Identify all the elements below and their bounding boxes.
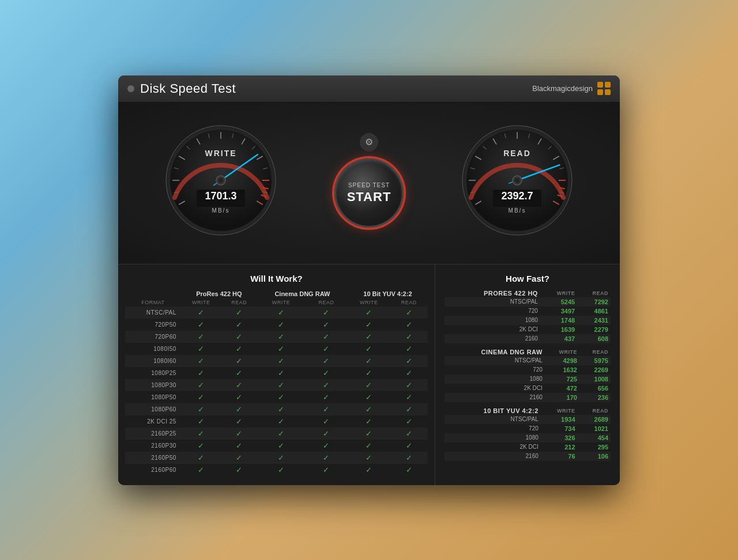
check-mark: ✓ bbox=[323, 405, 329, 414]
check-mark: ✓ bbox=[406, 320, 412, 329]
check-cell: ✓ bbox=[348, 403, 390, 415]
will-it-work-panel: Will It Work? ProRes 422 HQ Cinema DNG R… bbox=[118, 264, 435, 485]
prores-read-header: READ bbox=[221, 298, 257, 307]
check-mark: ✓ bbox=[366, 345, 372, 353]
check-cell: ✓ bbox=[390, 331, 428, 343]
check-mark: ✓ bbox=[236, 417, 242, 426]
hf-read-value: 7292 bbox=[577, 297, 611, 307]
check-mark: ✓ bbox=[198, 308, 204, 317]
svg-point-58 bbox=[515, 178, 519, 183]
check-cell: ✓ bbox=[257, 427, 305, 440]
check-cell: ✓ bbox=[181, 319, 221, 331]
check-cell: ✓ bbox=[305, 391, 348, 403]
check-mark: ✓ bbox=[198, 357, 204, 365]
format-label: 1080p50 bbox=[125, 391, 181, 403]
check-mark: ✓ bbox=[406, 441, 412, 450]
hf-read-value: 4861 bbox=[577, 307, 611, 316]
hf-write-value: 4298 bbox=[545, 356, 579, 365]
format-label: 1080i50 bbox=[125, 343, 181, 355]
check-mark: ✓ bbox=[323, 417, 329, 426]
check-cell: ✓ bbox=[305, 307, 348, 319]
start-button-container: ⚙ SPEED TEST START bbox=[334, 133, 404, 228]
check-cell: ✓ bbox=[221, 403, 257, 415]
check-cell: ✓ bbox=[305, 415, 348, 427]
hf-row-label: 1080 bbox=[445, 374, 545, 384]
check-mark: ✓ bbox=[198, 417, 204, 426]
check-cell: ✓ bbox=[305, 355, 348, 367]
check-cell: ✓ bbox=[181, 403, 221, 415]
check-cell: ✓ bbox=[257, 391, 305, 403]
svg-text:MB/s: MB/s bbox=[508, 207, 526, 214]
check-mark: ✓ bbox=[366, 357, 372, 365]
check-mark: ✓ bbox=[323, 393, 329, 402]
hf-row: 2160170236 bbox=[445, 393, 611, 402]
hf-row: 2K DCI16392279 bbox=[445, 325, 611, 334]
close-button[interactable] bbox=[127, 85, 134, 92]
check-mark: ✓ bbox=[236, 441, 242, 450]
hf-section: Cinema DNG RAWWRITEREADNTSC/PAL429859757… bbox=[445, 348, 611, 402]
hf-read-value: 2689 bbox=[578, 415, 611, 424]
hf-row: 1080326454 bbox=[445, 433, 611, 442]
how-fast-title: How Fast? bbox=[445, 274, 611, 283]
check-mark: ✓ bbox=[236, 357, 242, 365]
check-mark: ✓ bbox=[323, 332, 329, 341]
check-mark: ✓ bbox=[406, 393, 412, 402]
check-mark: ✓ bbox=[406, 381, 412, 389]
yuv-write-header: WRITE bbox=[348, 298, 390, 307]
table-row: 2K DCI 25✓✓✓✓✓✓ bbox=[125, 415, 428, 427]
format-label: 720p60 bbox=[125, 331, 181, 343]
hf-section-title: Cinema DNG RAW bbox=[445, 348, 545, 356]
hf-read-value: 2431 bbox=[577, 316, 611, 325]
app-title: Disk Speed Test bbox=[140, 81, 236, 96]
how-fast-content: ProRes 422 HQWRITEREADNTSC/PAL5245729272… bbox=[445, 289, 611, 461]
check-cell: ✓ bbox=[257, 379, 305, 391]
hf-write-value: 1748 bbox=[540, 316, 577, 325]
check-cell: ✓ bbox=[221, 440, 257, 452]
format-label: 1080p30 bbox=[125, 379, 181, 391]
check-mark: ✓ bbox=[366, 320, 372, 329]
check-mark: ✓ bbox=[406, 369, 412, 377]
check-cell: ✓ bbox=[390, 452, 428, 464]
hf-write-value: 3497 bbox=[540, 307, 577, 316]
check-cell: ✓ bbox=[221, 367, 257, 379]
check-mark: ✓ bbox=[366, 393, 372, 402]
table-row: 1080p25✓✓✓✓✓✓ bbox=[125, 367, 428, 379]
check-cell: ✓ bbox=[221, 307, 257, 319]
check-mark: ✓ bbox=[236, 332, 242, 341]
hf-read-value: 236 bbox=[579, 393, 611, 402]
svg-text:2392.7: 2392.7 bbox=[501, 190, 533, 202]
hf-write-value: 212 bbox=[541, 442, 578, 452]
check-mark: ✓ bbox=[278, 381, 284, 389]
table-row: NTSC/PAL✓✓✓✓✓✓ bbox=[125, 307, 428, 319]
start-button[interactable]: SPEED TEST START bbox=[334, 158, 404, 228]
check-cell: ✓ bbox=[390, 391, 428, 403]
format-label: 2160p30 bbox=[125, 440, 181, 452]
hf-read-value: 454 bbox=[578, 433, 611, 442]
title-bar-left: Disk Speed Test bbox=[127, 81, 236, 96]
check-mark: ✓ bbox=[236, 345, 242, 353]
check-mark: ✓ bbox=[236, 381, 242, 389]
check-cell: ✓ bbox=[305, 452, 348, 464]
check-cell: ✓ bbox=[257, 343, 305, 355]
check-cell: ✓ bbox=[221, 452, 257, 464]
hf-row-label: 720 bbox=[445, 424, 541, 433]
check-mark: ✓ bbox=[278, 345, 284, 353]
how-fast-panel: How Fast? ProRes 422 HQWRITEREADNTSC/PAL… bbox=[435, 264, 620, 485]
check-mark: ✓ bbox=[323, 369, 329, 377]
check-cell: ✓ bbox=[257, 367, 305, 379]
hf-section-table: Cinema DNG RAWWRITEREADNTSC/PAL429859757… bbox=[445, 348, 611, 402]
check-cell: ✓ bbox=[390, 415, 428, 427]
gauges-section: WRITE 1701.3 MB/s bbox=[118, 103, 620, 264]
hf-row-label: 2K DCI bbox=[445, 325, 540, 334]
settings-button[interactable]: ⚙ bbox=[360, 133, 378, 152]
brand-square-1 bbox=[597, 82, 603, 88]
check-mark: ✓ bbox=[278, 308, 284, 317]
check-cell: ✓ bbox=[181, 440, 221, 452]
brand-logo: Blackmagicdesign bbox=[532, 82, 611, 95]
table-row: 2160p25✓✓✓✓✓✓ bbox=[125, 427, 428, 440]
check-cell: ✓ bbox=[305, 331, 348, 343]
hf-write-value: 472 bbox=[545, 384, 579, 393]
check-mark: ✓ bbox=[236, 466, 242, 474]
check-cell: ✓ bbox=[257, 415, 305, 427]
check-cell: ✓ bbox=[390, 403, 428, 415]
